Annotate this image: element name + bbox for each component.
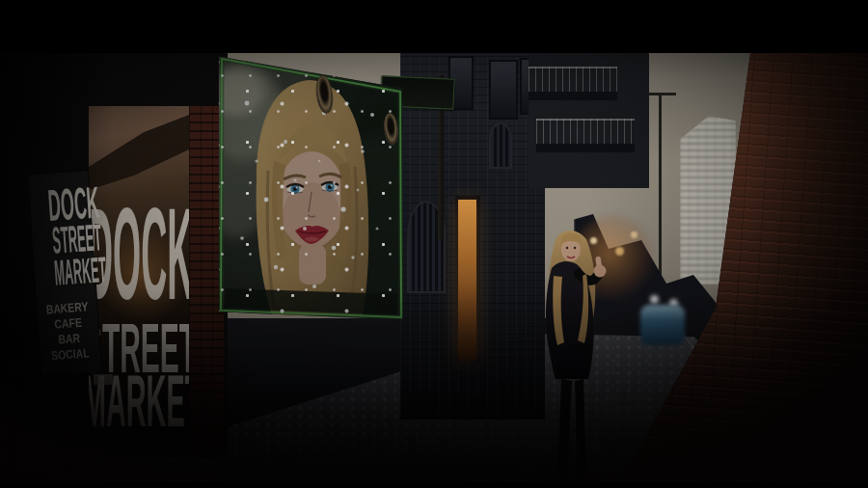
letterbox-bar-bottom [0,483,868,488]
letterbox-bar-top [0,0,868,53]
vignette-overlay [0,0,868,488]
street-photo-scene: DOCK STREET MARKET DOCK STREET MARKET BA… [0,0,868,488]
